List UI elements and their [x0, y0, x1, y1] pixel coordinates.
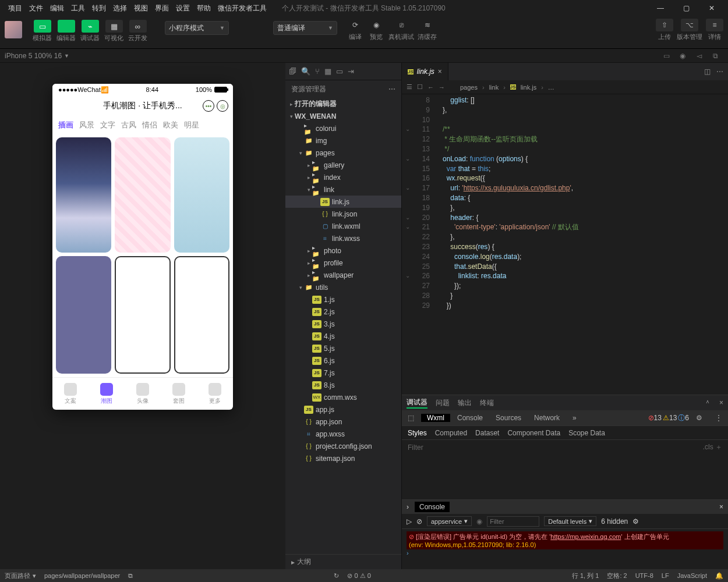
split-icon[interactable]: ◫	[704, 68, 711, 76]
avatar[interactable]	[5, 21, 22, 38]
panel-close-icon[interactable]: ×	[719, 399, 723, 407]
branch-icon[interactable]: ⑂	[315, 67, 320, 76]
menu-item[interactable]: 工具	[68, 3, 89, 13]
encoding[interactable]: UTF-8	[635, 572, 653, 579]
tree-row[interactable]: ▸▸📁gallery	[285, 159, 401, 171]
ban-icon[interactable]: ⊘	[416, 517, 422, 526]
clear-icon[interactable]: ▷	[407, 517, 412, 526]
context-select[interactable]: appservice▾	[427, 516, 472, 526]
style-tab[interactable]: Dataset	[475, 429, 499, 437]
menu-item[interactable]: 视图	[130, 3, 151, 13]
nav-fwd-icon[interactable]: →	[439, 84, 445, 91]
console-tab[interactable]: Console	[415, 502, 450, 512]
toolbar-action[interactable]: ⇧上传	[656, 19, 673, 41]
files-icon[interactable]: 🗐	[289, 67, 296, 76]
hidden-count[interactable]: 6 hidden	[601, 517, 628, 526]
bookmark-icon[interactable]: ☐	[417, 83, 423, 91]
dbg-tab[interactable]: 问题	[436, 398, 450, 408]
menu-item[interactable]: 帮助	[193, 3, 214, 13]
editor-tab[interactable]: JS link.js ×	[402, 63, 448, 80]
eye-icon[interactable]: ◉	[476, 517, 482, 526]
menu-item[interactable]: 转到	[89, 3, 109, 13]
devtab-more[interactable]: »	[567, 414, 582, 422]
tree-row[interactable]: ⌗link.wxss	[285, 232, 401, 244]
minimize-button[interactable]: —	[649, 0, 672, 16]
tree-section[interactable]: ▸打开的编辑器	[285, 98, 401, 110]
menu-item[interactable]: 设置	[172, 3, 193, 13]
phone-tab[interactable]: 风景	[79, 120, 94, 130]
dbg-tab[interactable]: 输出	[458, 398, 472, 408]
device-selector[interactable]: iPhone 5 100% 16	[5, 52, 62, 60]
devtab[interactable]: Network	[528, 414, 566, 422]
menu-item[interactable]: 项目	[5, 3, 26, 13]
cursor-pos[interactable]: 行 1, 列 1	[572, 572, 599, 580]
capsule-close-icon[interactable]: ◎	[217, 100, 228, 112]
tree-row[interactable]: WXcomm.wxs	[285, 391, 401, 403]
toolbar-button[interactable]: ▭模拟器	[30, 19, 54, 44]
phone-tabbar-item[interactable]: 头像	[125, 378, 161, 410]
toolbar-action[interactable]: ⎚真机调试	[388, 19, 414, 41]
close-button[interactable]: ✕	[700, 0, 723, 16]
toolbar-button[interactable]: ∞云开发	[126, 19, 150, 44]
toolbar-action[interactable]: ⟳编译	[347, 19, 364, 41]
tree-row[interactable]: ⌗app.wxss	[285, 428, 401, 440]
gear-icon[interactable]: ⚙	[690, 414, 708, 422]
box-icon[interactable]: ▭	[336, 67, 343, 76]
tree-row[interactable]: { }app.json	[285, 416, 401, 428]
copy-icon[interactable]: ⧉	[128, 572, 133, 580]
cls-toggle[interactable]: .cls	[703, 443, 713, 451]
tree-row[interactable]: ▸▸📁profile	[285, 257, 401, 269]
mode-dropdown[interactable]: 小程序模式▼	[165, 21, 229, 35]
current-route[interactable]: pages/wallpaper/wallpaper	[44, 572, 120, 579]
panel-up-icon[interactable]: ＾	[704, 398, 711, 408]
console-gear-icon[interactable]: ⚙	[632, 517, 639, 526]
tree-row[interactable]: ▾▸📁link	[285, 183, 401, 196]
toolbar-button[interactable]: ▦可视化	[102, 19, 126, 44]
indent[interactable]: 空格: 2	[607, 572, 627, 580]
devtab[interactable]: Console	[451, 414, 489, 422]
menu-item[interactable]: 选择	[109, 3, 130, 13]
menu-item[interactable]: 文件	[26, 3, 47, 13]
toolbar-action[interactable]: ≡详情	[706, 19, 723, 41]
tree-row[interactable]: ▾📁utils	[285, 281, 401, 293]
error-count[interactable]: ⊘13	[648, 414, 662, 422]
tree-row[interactable]: { }link.json	[285, 208, 401, 220]
record-icon[interactable]: ◉	[674, 52, 691, 60]
tree-row[interactable]: { }sitemap.json	[285, 452, 401, 464]
explorer-more-icon[interactable]: ⋯	[388, 85, 395, 93]
phone-wallpaper-grid[interactable]	[52, 134, 233, 377]
search-icon[interactable]: 🔍	[301, 67, 310, 76]
tab-close-icon[interactable]: ×	[438, 68, 442, 76]
tree-row[interactable]: 📁img	[285, 134, 401, 147]
phone-tabbar-item[interactable]: 文案	[52, 378, 89, 410]
info-count[interactable]: ⓘ6	[678, 413, 689, 423]
capsule-menu-icon[interactable]: •••	[203, 100, 214, 112]
diagnostics[interactable]: ⊘ 0 ⚠ 0	[347, 572, 370, 580]
error-link[interactable]: https://mp.weixin.qq.com	[550, 533, 621, 540]
levels-select[interactable]: Default levels▾	[544, 516, 596, 526]
tree-row[interactable]: ▸📁colorui	[285, 122, 401, 134]
style-tab[interactable]: Component Data	[507, 429, 560, 437]
toolbar-button[interactable]: ⌁调试器	[78, 19, 102, 44]
warn-count[interactable]: ⚠13	[663, 414, 677, 422]
nav-back-icon[interactable]: ←	[427, 84, 434, 91]
console-prompt[interactable]: ›	[407, 549, 723, 556]
phone-tab[interactable]: 情侣	[142, 120, 157, 130]
outline-section[interactable]: ▸大纲	[285, 554, 401, 569]
tree-row[interactable]: JS6.js	[285, 354, 401, 367]
scene-icon[interactable]: ↻	[334, 572, 339, 580]
tree-row[interactable]: JS1.js	[285, 293, 401, 306]
toolbar-action[interactable]: ≋清缓存	[418, 19, 437, 41]
toolbar-action[interactable]: ◉预览	[367, 19, 385, 41]
devtab[interactable]: Wxml	[421, 414, 450, 422]
tree-row[interactable]: ▸▸📁index	[285, 171, 401, 183]
tree-row[interactable]: ▸▸📁photo	[285, 244, 401, 257]
phone-tabbar-item[interactable]: 套图	[161, 378, 197, 410]
add-style-icon[interactable]: ＋	[715, 443, 722, 451]
tree-row[interactable]: { }project.config.json	[285, 440, 401, 452]
code-editor[interactable]: ⌄⌄⌄⌄⌄⌄ 891011121314151617181920212223242…	[402, 94, 728, 395]
tree-row[interactable]: ▾📁pages	[285, 147, 401, 159]
style-tab[interactable]: Styles	[408, 429, 427, 437]
phone-tab[interactable]: 文字	[100, 120, 115, 130]
route-dropdown[interactable]: 页面路径▾	[5, 572, 36, 580]
